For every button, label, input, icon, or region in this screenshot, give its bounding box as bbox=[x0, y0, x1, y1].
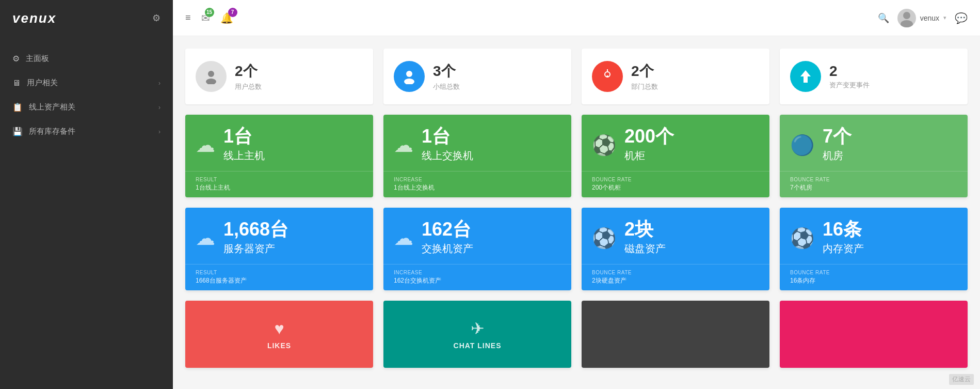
chevron-right-icon-2: › bbox=[158, 104, 160, 111]
cabinets-name: 机柜 bbox=[624, 149, 674, 163]
online-switches-label-top: INCREASE bbox=[394, 177, 561, 182]
logo-text: venux bbox=[12, 10, 56, 26]
dashboard-icon: ⚙ bbox=[12, 54, 20, 64]
sidebar-item-warehouse[interactable]: 💾 所有库存备件 › bbox=[0, 119, 173, 144]
bottom-card-chat-lines: ✈ CHAT LINES bbox=[383, 301, 571, 368]
cabinets-label-top: BOUNCE RATE bbox=[592, 177, 759, 182]
heart-icon: ♥ bbox=[275, 319, 284, 338]
hamburger-icon[interactable]: ≡ bbox=[185, 12, 191, 23]
content-area: 2个 用户总数 3个 小组总数 bbox=[173, 36, 980, 389]
server-rooms-icon: 🔵 bbox=[790, 134, 814, 157]
memory-assets-label-val: 16条内存 bbox=[790, 276, 957, 285]
disk-assets-label-val: 2块硬盘资产 bbox=[592, 276, 759, 285]
sidebar-item-users[interactable]: 🖥 用户相关 › bbox=[0, 71, 173, 95]
switch-assets-value: 162台 bbox=[422, 220, 473, 239]
stat-card-users: 2个 用户总数 bbox=[185, 49, 373, 104]
server-assets-label-val: 1668台服务器资产 bbox=[196, 276, 363, 285]
online-switches-value: 1台 bbox=[422, 127, 473, 146]
online-switches-name: 线上交换机 bbox=[422, 149, 473, 163]
stat-card-asset-changes: 2 资产变更事件 bbox=[780, 49, 968, 104]
switch-assets-name: 交换机资产 bbox=[422, 242, 473, 256]
online-assets-icon: 📋 bbox=[12, 102, 23, 112]
sidebar-label-online-assets: 线上资产相关 bbox=[29, 102, 75, 112]
stat-card-dept: 2个 部门总数 bbox=[582, 49, 769, 104]
metric-disk-assets: ⚽ 2块 磁盘资产 BOUNCE RATE 2块硬盘资产 bbox=[582, 208, 769, 290]
blue-metrics-grid: ☁ 1,668台 服务器资产 RESULT 1668台服务器资产 ☁ 162台 bbox=[185, 208, 968, 290]
warehouse-icon: 💾 bbox=[12, 127, 23, 136]
user-circle-icon bbox=[196, 61, 227, 92]
memory-assets-label-top: BOUNCE RATE bbox=[790, 270, 957, 275]
asset-circle-icon bbox=[790, 61, 821, 92]
disk-assets-name: 磁盘资产 bbox=[624, 242, 666, 256]
groups-total-label: 小组总数 bbox=[433, 82, 460, 91]
bottom-card-4 bbox=[780, 301, 968, 368]
sidebar-navigation: ⚙ 主面板 🖥 用户相关 › 📋 线上资产相关 › 💾 所有库存备件 › bbox=[0, 46, 173, 144]
server-assets-name: 服务器资产 bbox=[223, 242, 288, 256]
metric-server-assets: ☁ 1,668台 服务器资产 RESULT 1668台服务器资产 bbox=[185, 208, 373, 290]
svg-point-2 bbox=[208, 71, 214, 77]
server-cloud-icon: ☁ bbox=[196, 227, 215, 250]
server-rooms-label-val: 7个机房 bbox=[790, 183, 957, 192]
dept-total-value: 2个 bbox=[631, 61, 658, 81]
cabinets-value: 200个 bbox=[624, 127, 674, 146]
sidebar-label-users: 用户相关 bbox=[27, 78, 58, 88]
chevron-right-icon: › bbox=[158, 80, 160, 87]
svg-point-8 bbox=[606, 75, 608, 77]
users-total-label: 用户总数 bbox=[235, 82, 262, 91]
metric-server-rooms: 🔵 7个 机房 BOUNCE RATE 7个机房 bbox=[780, 115, 968, 197]
svg-point-3 bbox=[206, 79, 216, 84]
online-hosts-value: 1台 bbox=[223, 127, 265, 146]
memory-icon: ⚽ bbox=[790, 227, 814, 250]
sidebar-label-warehouse: 所有库存备件 bbox=[29, 127, 75, 136]
cloud-icon-2: ☁ bbox=[394, 134, 413, 157]
metric-memory-assets: ⚽ 16条 内存资产 BOUNCE RATE 16条内存 bbox=[780, 208, 968, 290]
user-dropdown[interactable]: venux ▾ bbox=[897, 9, 946, 27]
chat-icon[interactable]: 💬 bbox=[955, 12, 968, 24]
dept-total-label: 部门总数 bbox=[631, 82, 658, 91]
bottom-cards-grid: ♥ LIKES ✈ CHAT LINES bbox=[185, 301, 968, 368]
asset-changes-label: 资产变更事件 bbox=[829, 81, 870, 90]
bell-badge: 7 bbox=[228, 8, 237, 17]
svg-point-1 bbox=[901, 20, 913, 27]
username-label: venux bbox=[920, 14, 939, 22]
sidebar-logo-area: venux ⚙ bbox=[0, 0, 173, 36]
memory-assets-name: 内存资产 bbox=[823, 242, 864, 256]
sidebar: venux ⚙ ⚙ 主面板 🖥 用户相关 › 📋 线上资产相关 › 💾 bbox=[0, 0, 173, 389]
green-metrics-grid: ☁ 1台 线上主机 RESULT 1台线上主机 ☁ 1台 线上交换机 bbox=[185, 115, 968, 197]
online-hosts-name: 线上主机 bbox=[223, 149, 265, 163]
online-switches-label-val: 1台线上交换机 bbox=[394, 183, 561, 192]
main-content: ≡ ✉ 15 🔔 7 🔍 venux ▾ bbox=[173, 0, 980, 389]
switch-assets-label-top: INCREASE bbox=[394, 270, 561, 275]
dropdown-arrow-icon: ▾ bbox=[943, 14, 946, 21]
svg-point-0 bbox=[903, 12, 910, 19]
header-right: 🔍 venux ▾ 💬 bbox=[878, 9, 968, 27]
sidebar-item-online-assets[interactable]: 📋 线上资产相关 › bbox=[0, 95, 173, 119]
search-icon[interactable]: 🔍 bbox=[878, 12, 889, 24]
metric-online-hosts: ☁ 1台 线上主机 RESULT 1台线上主机 bbox=[185, 115, 373, 197]
groups-circle-icon bbox=[394, 61, 425, 92]
server-rooms-label-top: BOUNCE RATE bbox=[790, 177, 957, 182]
bottom-card-3 bbox=[582, 301, 769, 368]
disk-assets-value: 2块 bbox=[624, 220, 666, 239]
online-hosts-label-top: RESULT bbox=[196, 177, 363, 182]
dept-circle-icon bbox=[592, 61, 623, 92]
avatar bbox=[897, 9, 916, 27]
server-assets-value: 1,668台 bbox=[223, 220, 288, 239]
stat-card-groups: 3个 小组总数 bbox=[383, 49, 571, 104]
switch-cloud-icon: ☁ bbox=[394, 227, 413, 250]
memory-assets-value: 16条 bbox=[823, 220, 864, 239]
sidebar-item-dashboard[interactable]: ⚙ 主面板 bbox=[0, 46, 173, 71]
switch-assets-label-val: 162台交换机资产 bbox=[394, 276, 561, 285]
bottom-card-likes: ♥ LIKES bbox=[185, 301, 373, 368]
metric-switch-assets: ☁ 162台 交换机资产 INCREASE 162台交换机资产 bbox=[383, 208, 571, 290]
chat-lines-label: CHAT LINES bbox=[454, 341, 502, 350]
cabinet-icon: ⚽ bbox=[592, 134, 616, 157]
svg-marker-9 bbox=[800, 70, 811, 83]
bell-button[interactable]: 🔔 7 bbox=[220, 12, 233, 24]
watermark: 亿速云 bbox=[949, 374, 974, 385]
online-hosts-label-val: 1台线上主机 bbox=[196, 183, 363, 192]
gear-icon[interactable]: ⚙ bbox=[152, 12, 160, 24]
users-icon: 🖥 bbox=[12, 79, 21, 88]
svg-point-5 bbox=[404, 79, 414, 84]
mail-button[interactable]: ✉ 15 bbox=[201, 12, 210, 24]
